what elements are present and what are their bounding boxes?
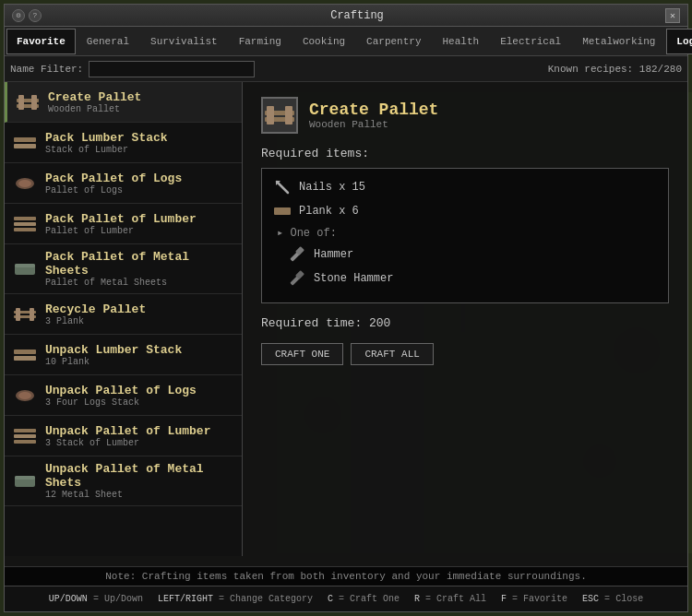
tab-carpentry[interactable]: Carpentry — [356, 29, 431, 54]
svg-rect-26 — [30, 308, 34, 321]
svg-rect-38 — [267, 106, 274, 124]
required-time: Required time: 200 — [261, 316, 669, 330]
svg-rect-32 — [14, 434, 36, 438]
detail-panel: Create Pallet Wooden Pallet Required ite… — [243, 82, 687, 556]
hammer-icon — [288, 245, 306, 264]
recipe-sub-pack-logs: Pallet of Logs — [45, 185, 182, 195]
tab-electrical[interactable]: Electrical — [490, 29, 571, 54]
hotkey-escape-action: Close — [615, 594, 643, 604]
recipe-icon-create-pallet — [15, 89, 41, 115]
detail-subtitle: Wooden Pallet — [309, 119, 438, 130]
recipe-item-unpack-lumber2[interactable]: Unpack Pallet of Lumber 3 Stack of Lumbe… — [5, 416, 242, 456]
bottom-note: Note: Crafting items taken from both inv… — [5, 566, 687, 586]
recipe-icon-unpack-lumber — [12, 342, 38, 368]
recipe-sub-unpack-lumber: 10 Plank — [45, 357, 182, 367]
window-icon-2[interactable]: ? — [29, 9, 42, 22]
tab-logistics[interactable]: Logistics — [666, 29, 692, 54]
recipe-item-pack-lumber2[interactable]: Pack Pallet of Lumber Pallet of Lumber — [5, 204, 242, 244]
craft-one-button[interactable]: CRAFT ONE — [261, 343, 343, 365]
recipe-text-pack-lumber2: Pack Pallet of Lumber Pallet of Lumber — [45, 212, 197, 236]
ingredient-plank-text: Plank x 6 — [299, 205, 359, 218]
svg-rect-31 — [14, 429, 36, 432]
recipe-sub-unpack-lumber2: 3 Stack of Lumber — [45, 438, 210, 448]
hotkey-craft-all-action: Craft All — [436, 594, 486, 604]
recipe-icon-recycle-pallet — [12, 302, 38, 327]
tab-general[interactable]: General — [77, 29, 139, 54]
ingredients-box: Nails x 15 Plank x 6 ▸ One of: — [261, 168, 669, 303]
recipe-text-pack-metal: Pack Pallet of Metal Sheets Pallet of Me… — [45, 250, 234, 288]
recipe-text-unpack-lumber: Unpack Lumber Stack 10 Plank — [45, 343, 182, 367]
hotkey-c-key: C — [328, 594, 333, 604]
recipe-item-unpack-logs[interactable]: Unpack Pallet of Logs 3 Four Logs Stack — [5, 375, 242, 416]
recipe-text-unpack-logs: Unpack Pallet of Logs 3 Four Logs Stack — [45, 384, 197, 408]
ingredient-stone-hammer-text: Stone Hammer — [314, 272, 393, 285]
svg-line-40 — [277, 182, 288, 193]
recipe-text-create-pallet: Create Pallet Wooden Pallet — [48, 90, 141, 114]
recipe-icon-unpack-logs — [12, 383, 38, 409]
recipe-icon-unpack-lumber2 — [12, 423, 38, 449]
recipe-text-pack-logs: Pack Pallet of Logs Pallet of Logs — [45, 172, 182, 195]
tab-cooking[interactable]: Cooking — [292, 29, 355, 54]
svg-rect-13 — [31, 95, 37, 110]
ingredient-hammer-text: Hammer — [314, 248, 353, 261]
recipe-item-pack-logs[interactable]: Pack Pallet of Logs Pallet of Logs — [5, 163, 242, 204]
recipe-item-pack-metal[interactable]: Pack Pallet of Metal Sheets Pallet of Me… — [5, 244, 242, 294]
window-icon-1[interactable]: ⚙ — [12, 9, 25, 22]
recipe-icon-pack-logs — [12, 171, 38, 196]
filter-row: Name Filter: Known recipes: 182/280 — [5, 56, 687, 82]
hotkey-updown-key: UP/DOWN — [49, 594, 88, 604]
hotkey-updown: UP/DOWN = Up/Down — [49, 594, 143, 604]
crafting-window: ⚙ ? Crafting ✕ Favorite General Survival… — [4, 4, 688, 612]
tab-metalworking[interactable]: Metalworking — [572, 29, 665, 54]
svg-point-30 — [18, 392, 31, 399]
detail-title: Create Pallet — [309, 101, 438, 119]
ingredient-stone-hammer: Stone Hammer — [288, 269, 657, 288]
close-icon[interactable]: ✕ — [665, 8, 680, 23]
hotkey-bar: UP/DOWN = Up/Down LEFT/RIGHT = Change Ca… — [5, 586, 687, 611]
known-recipes: Known recipes: 182/280 — [548, 64, 682, 75]
svg-rect-20 — [14, 228, 36, 231]
hotkey-updown-action: Up/Down — [104, 594, 143, 604]
tab-favorite[interactable]: Favorite — [6, 29, 76, 54]
tab-survivalist[interactable]: Survivalist — [140, 29, 228, 54]
craft-all-button[interactable]: CRAFT ALL — [351, 343, 433, 365]
filter-label: Name Filter: — [10, 64, 83, 75]
svg-rect-28 — [14, 356, 36, 361]
recipe-text-unpack-lumber2: Unpack Pallet of Lumber 3 Stack of Lumbe… — [45, 424, 210, 448]
recipe-name-pack-logs: Pack Pallet of Logs — [45, 172, 182, 185]
recipe-text-pack-lumber: Pack Lumber Stack Stack of Lumber — [45, 131, 168, 155]
recipe-item-unpack-lumber[interactable]: Unpack Lumber Stack 10 Plank — [5, 335, 242, 375]
detail-recipe-icon — [261, 97, 298, 134]
one-of-label: ▸ One of: — [277, 226, 657, 240]
recipe-name-unpack-lumber2: Unpack Pallet of Lumber — [45, 424, 210, 438]
filter-input[interactable] — [89, 61, 255, 77]
svg-rect-19 — [14, 222, 36, 226]
tab-health[interactable]: Health — [433, 29, 490, 54]
svg-rect-42 — [274, 207, 291, 215]
recipe-icon-pack-metal — [12, 256, 38, 282]
recipe-item-recycle-pallet[interactable]: Recycle Pallet 3 Plank — [5, 294, 242, 335]
svg-rect-27 — [14, 349, 36, 354]
recipe-name-unpack-lumber: Unpack Lumber Stack — [45, 343, 182, 357]
recipe-name-recycle-pallet: Recycle Pallet — [45, 302, 146, 316]
tab-farming[interactable]: Farming — [229, 29, 292, 54]
recipe-item-unpack-metal[interactable]: Unpack Pallet of Metal Shets 12 Metal Sh… — [5, 456, 242, 506]
svg-point-17 — [18, 180, 31, 187]
hotkey-craft-one-action: Craft One — [350, 594, 400, 604]
recipe-name-unpack-metal: Unpack Pallet of Metal Shets — [45, 462, 234, 490]
recipe-item-create-pallet[interactable]: Create Pallet Wooden Pallet — [5, 82, 242, 123]
svg-rect-14 — [14, 137, 36, 142]
svg-rect-33 — [14, 440, 36, 444]
detail-header: Create Pallet Wooden Pallet — [261, 97, 669, 134]
tab-bar: Favorite General Survivalist Farming Coo… — [5, 27, 687, 56]
recipe-text-recycle-pallet: Recycle Pallet 3 Plank — [45, 302, 146, 326]
hotkey-leftright-action: Change Category — [230, 594, 313, 604]
recipe-name-pack-lumber: Pack Lumber Stack — [45, 131, 168, 145]
svg-rect-18 — [14, 217, 36, 220]
recipe-name-unpack-logs: Unpack Pallet of Logs — [45, 384, 197, 397]
recipe-sub-unpack-logs: 3 Four Logs Stack — [45, 397, 197, 408]
svg-rect-15 — [14, 144, 36, 148]
nail-icon — [273, 178, 292, 196]
recipe-item-pack-lumber[interactable]: Pack Lumber Stack Stack of Lumber — [5, 123, 242, 163]
recipe-name-create-pallet: Create Pallet — [48, 90, 141, 104]
